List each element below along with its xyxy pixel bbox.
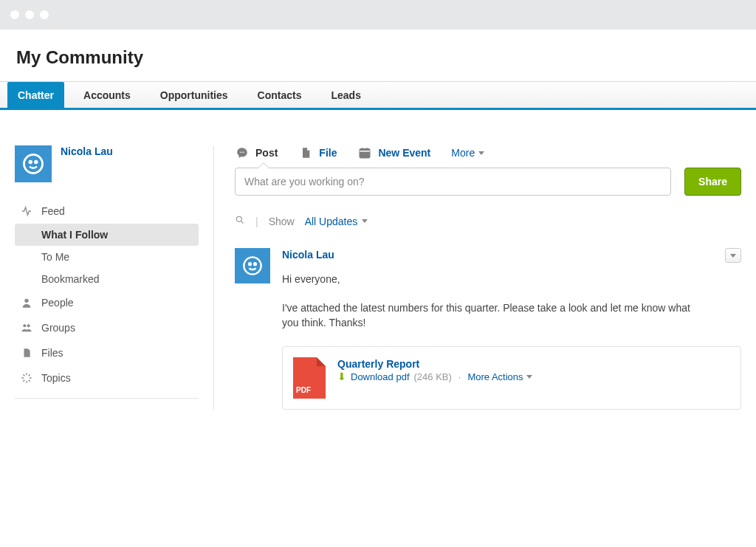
sidebar-subitem-bookmarked[interactable]: Bookmarked bbox=[15, 268, 199, 290]
sidebar-item-label: People bbox=[41, 297, 74, 309]
chat-bubble-icon bbox=[235, 145, 250, 160]
divider: | bbox=[255, 216, 258, 227]
file-icon bbox=[298, 145, 313, 160]
user-avatar[interactable] bbox=[15, 145, 52, 182]
svg-point-6 bbox=[27, 324, 30, 327]
profile-block: Nicola Lau bbox=[15, 145, 199, 182]
calendar-icon bbox=[357, 145, 372, 160]
sidebar-item-feed[interactable]: Feed bbox=[15, 199, 199, 224]
feed-author-link[interactable]: Nicola Lau bbox=[282, 249, 334, 261]
svg-point-13 bbox=[249, 263, 251, 265]
filter-value: All Updates bbox=[305, 216, 358, 227]
feed-greeting: Hi everyone, bbox=[282, 273, 741, 285]
attachment-card: PDF Quarterly Report ⬇ Download pdf (246… bbox=[282, 346, 741, 410]
pdf-badge-label: PDF bbox=[296, 386, 311, 394]
feed-item-menu-button[interactable] bbox=[725, 248, 741, 263]
sidebar-item-label: Topics bbox=[41, 372, 71, 384]
download-arrow-icon: ⬇ bbox=[337, 371, 346, 382]
feed-filter-dropdown[interactable]: All Updates bbox=[305, 216, 368, 227]
feed-item: Nicola Lau Hi everyone, I've attached th… bbox=[235, 248, 741, 410]
publisher-tab-label: File bbox=[319, 147, 337, 159]
feed-author-avatar[interactable] bbox=[235, 248, 270, 283]
svg-point-9 bbox=[244, 152, 245, 154]
activity-icon bbox=[19, 204, 34, 219]
tab-leads[interactable]: Leads bbox=[321, 82, 371, 108]
page-header: My Community bbox=[0, 30, 756, 82]
search-icon[interactable] bbox=[235, 215, 245, 227]
sidebar-item-label: Feed bbox=[41, 205, 65, 217]
publisher-tab-label: Post bbox=[255, 147, 278, 159]
topics-icon bbox=[19, 371, 34, 385]
main-content: Post File New Event More What are you wo… bbox=[214, 145, 741, 410]
svg-point-12 bbox=[244, 257, 261, 274]
sidebar-item-people[interactable]: People bbox=[15, 290, 199, 315]
svg-point-8 bbox=[241, 152, 243, 154]
compose-input[interactable]: What are you working on? bbox=[235, 168, 671, 196]
svg-point-2 bbox=[35, 161, 37, 163]
person-icon bbox=[19, 295, 34, 310]
page-title: My Community bbox=[16, 47, 740, 68]
svg-point-4 bbox=[24, 299, 28, 303]
chevron-down-icon bbox=[478, 151, 484, 155]
attachment-more-actions[interactable]: More Actions bbox=[467, 371, 532, 382]
groups-icon bbox=[19, 320, 34, 335]
svg-point-1 bbox=[30, 161, 32, 163]
sidebar-item-topics[interactable]: Topics bbox=[15, 365, 199, 391]
publisher-tab-post[interactable]: Post bbox=[235, 145, 278, 160]
nav-tabs-container: Chatter Accounts Opportunities Contacts … bbox=[0, 82, 756, 110]
file-icon bbox=[19, 345, 34, 360]
tab-accounts[interactable]: Accounts bbox=[73, 82, 141, 108]
chevron-down-icon bbox=[526, 375, 532, 379]
sidebar-item-groups[interactable]: Groups bbox=[15, 315, 199, 340]
svg-point-14 bbox=[254, 263, 256, 265]
sidebar-item-files[interactable]: Files bbox=[15, 340, 199, 365]
svg-point-5 bbox=[23, 324, 26, 327]
download-link[interactable]: Download pdf bbox=[351, 371, 410, 382]
publisher-more-label: More bbox=[451, 147, 475, 159]
sidebar-subitem-to-me[interactable]: To Me bbox=[15, 246, 199, 268]
publisher-tab-label: New Event bbox=[378, 147, 430, 159]
more-actions-label: More Actions bbox=[467, 371, 523, 382]
traffic-light-close[interactable] bbox=[10, 10, 19, 19]
publisher-more-dropdown[interactable]: More bbox=[451, 147, 484, 159]
svg-point-11 bbox=[236, 216, 241, 221]
traffic-light-zoom[interactable] bbox=[40, 10, 49, 19]
pdf-file-icon[interactable]: PDF bbox=[293, 357, 326, 399]
show-label: Show bbox=[269, 216, 295, 227]
chevron-down-icon bbox=[362, 219, 368, 223]
publisher-tab-new-event[interactable]: New Event bbox=[357, 145, 430, 160]
sidebar-item-label: Groups bbox=[41, 322, 75, 334]
sidebar-item-label: Files bbox=[41, 347, 63, 359]
separator-dot: · bbox=[458, 371, 461, 382]
attachment-size: (246 KB) bbox=[414, 371, 452, 382]
publisher-tabs: Post File New Event More bbox=[235, 145, 741, 160]
tab-chatter[interactable]: Chatter bbox=[7, 82, 64, 108]
sidebar-subitem-what-i-follow[interactable]: What I Follow bbox=[15, 224, 199, 246]
traffic-light-minimize[interactable] bbox=[25, 10, 34, 19]
sidebar: Nicola Lau Feed What I Follow To Me Book… bbox=[15, 145, 214, 410]
attachment-title-link[interactable]: Quarterly Report bbox=[337, 358, 419, 370]
share-button[interactable]: Share bbox=[684, 168, 741, 196]
feed-body-text: I've attached the latest numbers for thi… bbox=[282, 301, 695, 330]
sidebar-divider bbox=[15, 398, 199, 399]
publisher-tab-file[interactable]: File bbox=[298, 145, 337, 160]
window-titlebar bbox=[0, 0, 756, 30]
user-name-link[interactable]: Nicola Lau bbox=[61, 145, 113, 157]
svg-point-7 bbox=[240, 152, 241, 154]
tab-contacts[interactable]: Contacts bbox=[247, 82, 312, 108]
tab-opportunities[interactable]: Opportunities bbox=[150, 82, 238, 108]
chevron-down-icon bbox=[730, 254, 736, 258]
svg-rect-10 bbox=[360, 149, 371, 158]
feed-filter-row: | Show All Updates bbox=[235, 215, 741, 227]
